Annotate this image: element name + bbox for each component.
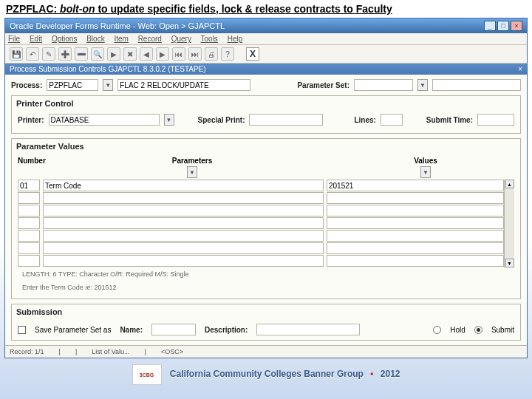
delete-icon[interactable]: ➖	[75, 47, 88, 61]
maximize-button[interactable]: □	[497, 21, 509, 31]
prev-block-icon[interactable]: ⏮	[172, 47, 185, 61]
param-name-field[interactable]	[43, 230, 324, 242]
menu-edit[interactable]: Edit	[30, 35, 42, 43]
param-name-field[interactable]	[43, 205, 324, 216]
insert-icon[interactable]: ➕	[58, 47, 72, 61]
menu-query[interactable]: Query	[171, 35, 191, 43]
sub-desc-field[interactable]	[256, 324, 360, 335]
close-button[interactable]: ×	[511, 21, 522, 31]
slide-title: PZPFLAC: bolt-on to update specific fiel…	[0, 0, 532, 18]
param-value-field[interactable]	[327, 242, 504, 254]
param-number-field[interactable]	[18, 205, 40, 216]
footer-org: California Community Colleges Banner Gro…	[170, 369, 364, 379]
menu-item[interactable]: Item	[114, 35, 128, 43]
param-value-field[interactable]	[327, 217, 504, 229]
menu-help[interactable]: Help	[228, 35, 243, 43]
title-rest: to update specific fields, lock & releas…	[95, 3, 392, 15]
param-meta-2: Enter the Term Code ie: 201512	[18, 281, 514, 294]
special-print-label: Special Print:	[198, 116, 245, 124]
paramset-desc-field	[432, 79, 521, 91]
scroll-down-icon[interactable]: ▼	[505, 259, 514, 267]
param-number-field[interactable]	[18, 255, 40, 267]
printer-lov-icon[interactable]: ▼	[164, 114, 174, 126]
col-parameters: Parameters	[47, 157, 337, 165]
save-icon[interactable]: 💾	[10, 47, 23, 61]
submit-time-field[interactable]	[477, 114, 514, 126]
param-number-field[interactable]	[18, 180, 40, 191]
param-value-field[interactable]	[327, 192, 504, 204]
param-meta-1: LENGTH: 6 TYPE: Character O/R: Required …	[18, 267, 514, 281]
param-name-field[interactable]	[43, 242, 324, 254]
statusbar: Record: 1/1 || List of Valu... | <OSC>	[5, 345, 527, 358]
form-titlebar: Process Submission Controls GJAPCTL 8.3.…	[5, 64, 527, 75]
title-prefix: PZPFLAC:	[6, 3, 60, 15]
process-field[interactable]	[47, 79, 98, 91]
printer-section: Printer Control Printer: ▼ Special Print…	[11, 95, 521, 134]
next-block-icon[interactable]: ⏭	[188, 47, 202, 61]
footer: 3CBG California Community Colleges Banne…	[0, 358, 532, 388]
param-number-field[interactable]	[18, 230, 40, 242]
param-value-field[interactable]	[327, 255, 504, 267]
submit-label: Submit	[491, 326, 514, 334]
exit-button[interactable]: X	[246, 47, 259, 61]
minimize-button[interactable]: _	[484, 21, 496, 31]
form-title: Process Submission Controls GJAPCTL 8.3.…	[10, 65, 206, 73]
param-name-field[interactable]	[43, 180, 324, 191]
menu-block[interactable]: Block	[86, 35, 104, 43]
hold-label: Hold	[450, 326, 466, 334]
footer-sep: •	[370, 369, 373, 379]
sub-name-label: Name:	[120, 326, 143, 334]
param-value-field[interactable]	[327, 230, 504, 242]
menu-tools[interactable]: Tools	[201, 35, 218, 43]
form-close-icon[interactable]: ×	[518, 65, 522, 73]
menu-file[interactable]: File	[8, 35, 20, 43]
process-desc-field	[117, 79, 250, 91]
param-value-field[interactable]	[327, 180, 504, 191]
select-icon[interactable]: ✎	[42, 47, 55, 61]
lines-field[interactable]	[381, 114, 403, 126]
hold-radio[interactable]	[433, 326, 441, 334]
prev-record-icon[interactable]: ◀	[140, 47, 153, 61]
table-row	[18, 242, 504, 254]
paramset-field[interactable]	[354, 79, 413, 91]
paramset-label: Parameter Set:	[297, 81, 349, 89]
cancel-icon[interactable]: ✖	[123, 47, 137, 61]
process-row: Process: ▼ Parameter Set: ▼	[11, 79, 521, 91]
toolbar: 💾 ↶ ✎ ➕ ➖ 🔍 ▶ ✖ ◀ ▶ ⏮ ⏭ 🖨 ? X	[5, 45, 527, 64]
execute-icon[interactable]: ▶	[107, 47, 120, 61]
special-print-field[interactable]	[249, 114, 323, 126]
param-name-field[interactable]	[43, 192, 324, 204]
paramset-lov-icon[interactable]: ▼	[417, 79, 428, 91]
table-row	[18, 205, 504, 216]
print-icon[interactable]: 🖨	[205, 47, 218, 61]
value-lov-icon[interactable]: ▼	[420, 166, 431, 178]
enter-query-icon[interactable]: 🔍	[91, 47, 104, 61]
rollback-icon[interactable]: ↶	[26, 47, 39, 61]
parameters-section: Parameter Values Number Parameters Value…	[11, 138, 521, 299]
sub-name-field[interactable]	[151, 324, 196, 335]
scroll-up-icon[interactable]: ▲	[505, 180, 514, 188]
submit-radio[interactable]	[474, 326, 482, 334]
menu-options[interactable]: Options	[52, 35, 77, 43]
param-columns: Number Parameters Values	[18, 157, 514, 166]
param-value-field[interactable]	[327, 205, 504, 216]
param-name-field[interactable]	[43, 217, 324, 229]
footer-logo: 3CBG	[132, 364, 162, 385]
param-number-field[interactable]	[18, 192, 40, 204]
help-icon[interactable]: ?	[221, 47, 234, 61]
save-paramset-checkbox[interactable]	[18, 326, 26, 334]
printer-field[interactable]	[49, 114, 160, 126]
submit-time-label: Submit Time:	[426, 116, 473, 124]
param-scrollbar[interactable]: ▲ ▼	[504, 180, 514, 267]
process-lov-icon[interactable]: ▼	[103, 79, 113, 91]
menu-record[interactable]: Record	[138, 35, 162, 43]
param-lov-icon[interactable]: ▼	[187, 166, 197, 178]
printer-label: Printer:	[18, 116, 44, 124]
table-row	[18, 230, 504, 242]
next-record-icon[interactable]: ▶	[156, 47, 169, 61]
printer-section-head: Printer Control	[12, 96, 520, 111]
param-number-field[interactable]	[18, 217, 40, 229]
save-paramset-label: Save Parameter Set as	[35, 326, 111, 334]
param-number-field[interactable]	[18, 242, 40, 254]
param-name-field[interactable]	[43, 255, 324, 267]
